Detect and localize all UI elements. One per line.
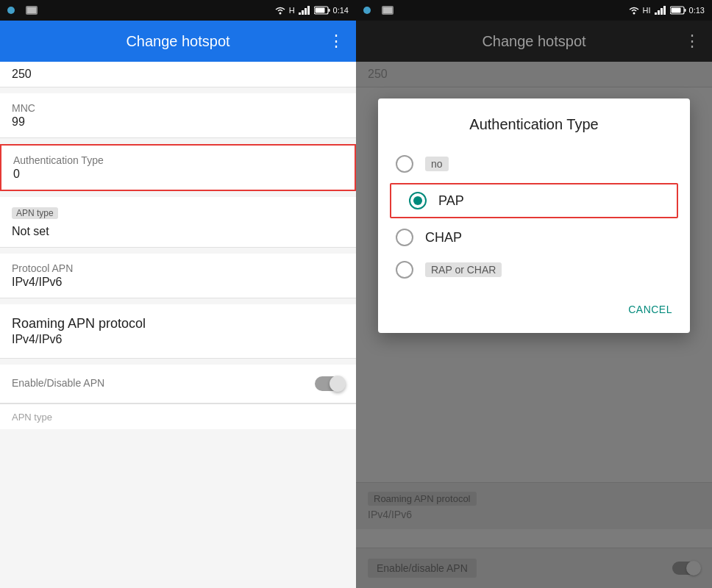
left-protocol-apn-value: IPv4/IPv6 — [12, 276, 344, 289]
right-status-bar: HI 0:13 — [356, 0, 712, 21]
left-content-area: 250 MNC 99 Authentication Type 0 APN typ… — [0, 62, 356, 588]
battery-icon-left — [314, 6, 330, 15]
signal-icon-right — [654, 5, 667, 15]
right-app-icon-2 — [381, 5, 394, 15]
left-divider-1 — [0, 87, 356, 93]
radio-option-chap[interactable]: CHAP — [378, 221, 690, 254]
left-phone-panel: H 0:14 Change hotspot ⋮ 250 — [0, 0, 356, 588]
battery-icon-right — [670, 6, 686, 15]
radio-option-rap[interactable]: RAP or CHAR — [378, 254, 690, 286]
svg-rect-5 — [302, 10, 304, 15]
left-status-bar: H 0:14 — [0, 0, 356, 21]
left-protocol-apn-label: Protocol APN — [12, 262, 344, 274]
network-type-right: HI — [643, 6, 651, 15]
svg-rect-16 — [658, 10, 660, 15]
left-auth-type-item[interactable]: Authentication Type 0 — [0, 144, 356, 191]
right-content-area: 250 Authentication Type no PAP CHAP — [356, 62, 712, 588]
left-divider-2 — [0, 138, 356, 144]
left-status-right: H 0:14 — [274, 5, 349, 15]
left-roaming-apn-item[interactable]: Roaming APN protocol IPv4/IPv6 — [0, 304, 356, 359]
left-apn-type-badge: APN type — [12, 207, 58, 219]
time-right: 0:13 — [689, 6, 705, 15]
left-toggle-thumb — [330, 376, 346, 392]
left-apn-bottom-label: APN type — [12, 412, 52, 423]
svg-rect-21 — [671, 8, 680, 13]
auth-type-dialog: Authentication Type no PAP CHAP RAP or C… — [378, 98, 690, 333]
left-mnc-label: MNC — [12, 102, 344, 114]
wifi-icon-right — [628, 5, 640, 15]
left-roaming-apn-value: IPv4/IPv6 — [12, 333, 344, 346]
left-divider-3 — [0, 191, 356, 197]
right-status-icons — [363, 5, 394, 15]
left-enable-apn-label: Enable/Disable APN — [12, 377, 104, 389]
dialog-actions: CANCEL — [378, 292, 690, 327]
left-apn-type-item[interactable]: APN type Not set — [0, 197, 356, 248]
left-divider-5 — [0, 298, 356, 304]
radio-label-rap: RAP or CHAR — [425, 262, 502, 277]
left-mnc-value: 99 — [12, 115, 344, 129]
svg-rect-4 — [299, 12, 301, 15]
left-roaming-apn-label: Roaming APN protocol — [12, 316, 344, 331]
svg-rect-20 — [684, 9, 686, 12]
left-app-bar-title: Change hotspot — [12, 33, 344, 50]
svg-rect-15 — [655, 12, 657, 15]
left-more-button[interactable]: ⋮ — [328, 32, 344, 51]
left-divider-4 — [0, 248, 356, 254]
radio-circle-pap — [409, 192, 427, 209]
left-auth-type-value: 0 — [13, 168, 343, 181]
svg-rect-9 — [328, 9, 330, 12]
right-status-right: HI 0:13 — [628, 5, 705, 15]
svg-rect-17 — [661, 8, 663, 15]
left-divider-6 — [0, 359, 356, 365]
left-number-value: 250 — [12, 68, 32, 80]
radio-label-no: no — [425, 157, 449, 171]
radio-circle-chap — [396, 229, 413, 246]
left-protocol-apn-item[interactable]: Protocol APN IPv4/IPv6 — [0, 254, 356, 298]
time-left: 0:14 — [333, 6, 349, 15]
app-icon-2 — [25, 5, 38, 15]
left-apn-type-value: Not set — [12, 225, 344, 238]
radio-label-pap: PAP — [438, 193, 464, 209]
right-app-bar-title: Change hotspot — [368, 33, 700, 50]
right-app-icon-1 — [363, 5, 377, 15]
radio-circle-rap — [396, 261, 413, 279]
svg-rect-6 — [305, 8, 307, 15]
right-more-button[interactable]: ⋮ — [684, 32, 700, 51]
wifi-icon-left — [274, 5, 286, 15]
left-auth-type-label: Authentication Type — [13, 154, 343, 166]
left-mnc-item[interactable]: MNC 99 — [0, 93, 356, 138]
svg-point-14 — [633, 12, 635, 15]
radio-option-no[interactable]: no — [378, 148, 690, 180]
right-app-bar: Change hotspot ⋮ — [356, 21, 712, 62]
dialog-title: Authentication Type — [378, 116, 690, 133]
svg-rect-13 — [383, 7, 392, 13]
radio-option-pap[interactable]: PAP — [390, 183, 678, 218]
svg-point-0 — [7, 7, 15, 14]
network-type-left: H — [289, 6, 295, 15]
svg-rect-2 — [27, 7, 36, 13]
left-top-number: 250 — [0, 62, 356, 87]
radio-label-chap: CHAP — [425, 230, 462, 245]
signal-icon-left — [298, 5, 311, 15]
left-apn-bottom: APN type — [0, 404, 356, 429]
left-toggle-switch[interactable] — [315, 376, 344, 391]
cancel-button[interactable]: CANCEL — [622, 298, 678, 321]
right-phone-panel: HI 0:13 Change hotspot ⋮ 250 — [356, 0, 712, 588]
left-app-bar: Change hotspot ⋮ — [0, 21, 356, 62]
left-enable-apn-item[interactable]: Enable/Disable APN — [0, 365, 356, 404]
left-status-icons — [7, 5, 38, 15]
svg-point-11 — [363, 7, 371, 14]
radio-circle-no — [396, 155, 413, 173]
svg-rect-18 — [663, 6, 666, 15]
svg-point-3 — [279, 12, 281, 15]
svg-rect-7 — [307, 6, 310, 15]
app-icon-1 — [7, 5, 21, 15]
svg-rect-10 — [315, 8, 324, 13]
